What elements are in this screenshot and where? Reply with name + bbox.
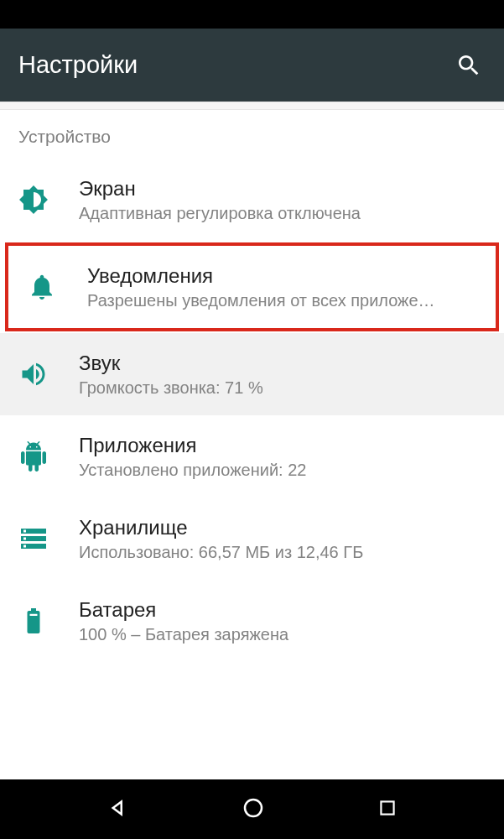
back-icon (106, 795, 131, 821)
recent-icon (377, 797, 398, 819)
setting-item-display[interactable]: Экран Адаптивная регулировка отключена (0, 159, 504, 241)
settings-list: Экран Адаптивная регулировка отключена У… (0, 159, 504, 662)
nav-recent-button[interactable] (377, 797, 398, 822)
search-icon (455, 52, 482, 79)
setting-subtitle: Установлено приложений: 22 (79, 461, 486, 480)
setting-item-sound[interactable]: Звук Громкость звонка: 71 % (0, 333, 504, 415)
setting-title: Уведомления (87, 264, 477, 288)
app-bar: Настройки (0, 29, 504, 102)
setting-item-apps[interactable]: Приложения Установлено приложений: 22 (0, 415, 504, 498)
setting-item-notifications[interactable]: Уведомления Разрешены уведомления от все… (8, 246, 496, 328)
section-header: Устройство (0, 110, 504, 159)
navigation-bar (0, 779, 504, 839)
setting-subtitle: Использовано: 66,57 МБ из 12,46 ГБ (79, 543, 486, 562)
divider (0, 102, 504, 110)
status-bar (0, 0, 504, 29)
nav-home-button[interactable] (241, 795, 266, 824)
bell-icon (27, 272, 57, 302)
nav-back-button[interactable] (106, 795, 131, 824)
highlight-box: Уведомления Разрешены уведомления от все… (5, 242, 499, 331)
svg-point-0 (245, 800, 262, 816)
setting-title: Батарея (79, 598, 486, 622)
search-button[interactable] (452, 49, 486, 82)
setting-subtitle: Адаптивная регулировка отключена (79, 204, 486, 223)
home-icon (241, 795, 266, 821)
setting-subtitle: Громкость звонка: 71 % (79, 378, 486, 398)
storage-icon (18, 524, 49, 554)
setting-subtitle: Разрешены уведомления от всех приложе… (87, 291, 477, 310)
setting-title: Экран (79, 177, 486, 201)
setting-item-battery[interactable]: Батарея 100 % – Батарея заряжена (0, 580, 504, 662)
battery-icon (18, 606, 49, 636)
setting-title: Звук (79, 352, 486, 375)
volume-icon (18, 359, 49, 389)
setting-title: Приложения (79, 434, 486, 457)
setting-title: Хранилище (79, 516, 486, 539)
svg-rect-1 (382, 801, 394, 814)
display-icon (18, 185, 49, 215)
apps-icon (18, 441, 49, 472)
setting-subtitle: 100 % – Батарея заряжена (79, 625, 486, 644)
setting-item-storage[interactable]: Хранилище Использовано: 66,57 МБ из 12,4… (0, 498, 504, 580)
page-title: Настройки (18, 51, 138, 79)
